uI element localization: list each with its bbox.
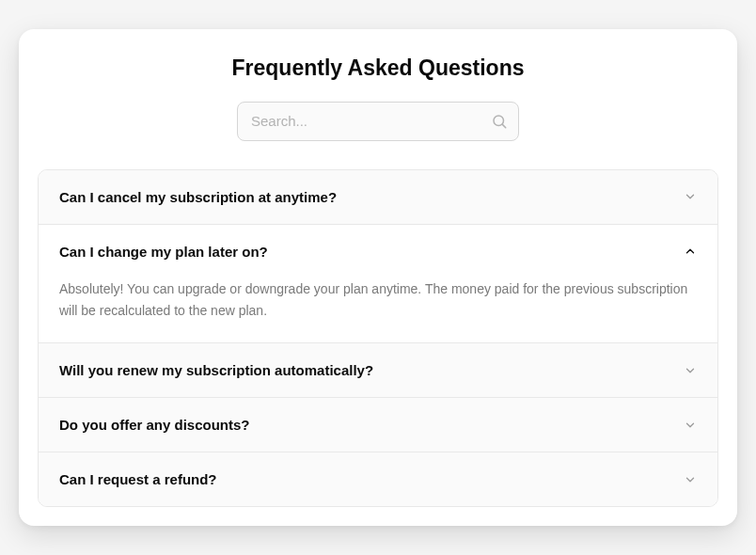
search-box [237,102,519,141]
chevron-down-icon [684,364,697,377]
faq-question: Can I cancel my subscription at anytime? [59,189,337,205]
chevron-down-icon [684,473,697,486]
chevron-up-icon [684,245,697,258]
faq-item: Do you offer any discounts? [39,398,717,452]
faq-item-header[interactable]: Can I cancel my subscription at anytime? [39,170,717,224]
faq-item-header[interactable]: Can I change my plan later on? [39,225,717,278]
faq-item-header[interactable]: Can I request a refund? [39,452,717,506]
faq-item: Can I cancel my subscription at anytime? [39,170,717,225]
faq-item: Can I change my plan later on? Absolutel… [39,225,717,343]
faq-question: Will you renew my subscription automatic… [59,362,373,378]
faq-accordion: Can I cancel my subscription at anytime?… [38,169,718,507]
faq-item: Will you renew my subscription automatic… [39,343,717,398]
search-input[interactable] [237,102,519,141]
faq-item-header[interactable]: Will you renew my subscription automatic… [39,343,717,397]
faq-answer: Absolutely! You can upgrade or downgrade… [39,278,717,342]
faq-question: Can I change my plan later on? [59,244,268,260]
chevron-down-icon [684,190,697,203]
faq-item: Can I request a refund? [39,452,717,506]
faq-question: Can I request a refund? [59,471,217,487]
page-title: Frequently Asked Questions [38,56,718,81]
search-container [38,102,718,141]
faq-card: Frequently Asked Questions Can I cancel … [19,29,737,526]
chevron-down-icon [684,419,697,432]
faq-item-header[interactable]: Do you offer any discounts? [39,398,717,452]
faq-question: Do you offer any discounts? [59,417,250,433]
